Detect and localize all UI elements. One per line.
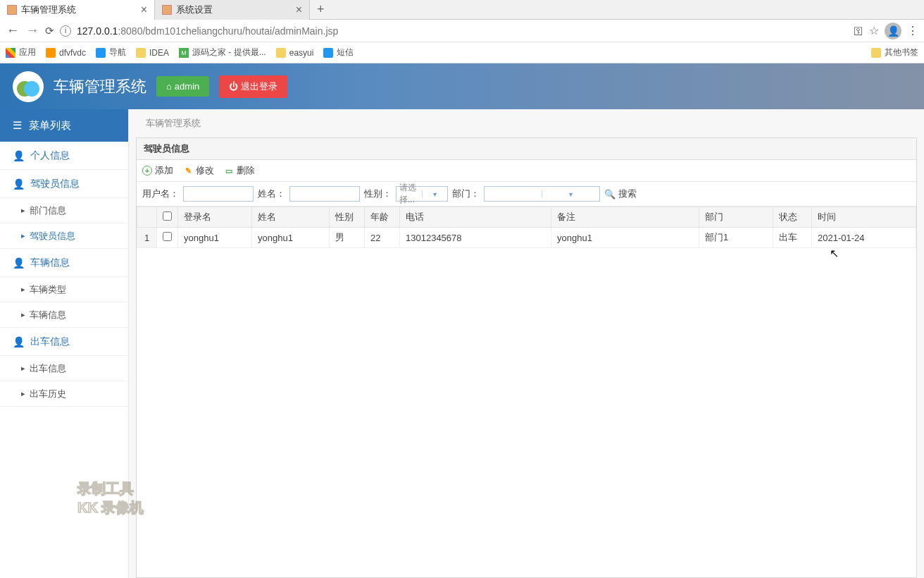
dept-label: 部门：: [452, 187, 480, 200]
col-num: [137, 207, 157, 228]
sidebar-header: ☰菜单列表: [0, 109, 128, 142]
power-icon: ⏻: [229, 81, 238, 92]
sidebar: ☰菜单列表 👤个人信息 👤驾驶员信息 部门信息 驾驶员信息 👤车辆信息 车辆类型…: [0, 109, 129, 578]
cell-login: yonghu1: [178, 228, 252, 248]
folder-icon: [276, 48, 286, 58]
bookmark-icon: [46, 48, 56, 58]
url-field[interactable]: 127.0.0.1:8080/bdm101cheliangchuru/houta…: [77, 25, 848, 37]
cell-dept: 部门1: [699, 228, 773, 248]
bookmark-item[interactable]: 短信: [323, 47, 354, 59]
bookmark-icon: M: [179, 48, 189, 58]
cell-age: 22: [365, 228, 400, 248]
folder-icon: [871, 48, 881, 58]
sidebar-item-vehicle[interactable]: 👤车辆信息: [0, 249, 128, 277]
menu-icon[interactable]: ⋮: [907, 24, 918, 37]
close-icon[interactable]: ×: [141, 4, 147, 16]
col-gender[interactable]: 性别: [330, 207, 365, 228]
cell-status: 出车: [773, 228, 812, 248]
address-bar: ← → ⟳ i 127.0.0.1:8080/bdm101cheliangchu…: [0, 20, 924, 42]
gender-label: 性别：: [364, 187, 392, 200]
pencil-icon: ✎: [183, 166, 193, 176]
sidebar-sub-vehicletype[interactable]: 车辆类型: [0, 277, 128, 302]
toolbar: +添加 ✎修改 ▭删除: [137, 160, 916, 182]
cell-phone: 13012345678: [400, 228, 551, 248]
key-icon[interactable]: ⚿: [854, 25, 863, 37]
add-button[interactable]: +添加: [142, 164, 173, 177]
bookmark-item[interactable]: 导航: [96, 47, 126, 59]
cell-name: yonghu1: [252, 228, 330, 248]
data-grid: 登录名 姓名 性别 年龄 电话 备注 部门 状态 时间 1: [137, 207, 916, 248]
user-icon: 👤: [13, 257, 25, 269]
col-status[interactable]: 状态: [773, 207, 812, 228]
sidebar-item-dispatch[interactable]: 👤出车信息: [0, 328, 128, 356]
col-name[interactable]: 姓名: [252, 207, 330, 228]
other-bookmarks[interactable]: 其他书签: [871, 47, 918, 59]
home-icon: ⌂: [166, 81, 172, 92]
logout-button[interactable]: ⏻退出登录: [219, 75, 287, 98]
apps-button[interactable]: 应用: [6, 47, 36, 59]
site-info-icon[interactable]: i: [60, 25, 71, 37]
bookmark-item[interactable]: easyui: [276, 48, 314, 58]
tab-favicon: [162, 5, 172, 15]
tab-favicon: [7, 5, 17, 15]
app-header: 车辆管理系统 ⌂admin ⏻退出登录: [0, 63, 924, 109]
header-row: 登录名 姓名 性别 年龄 电话 备注 部门 状态 时间: [137, 207, 916, 228]
list-icon: ☰: [13, 119, 22, 132]
delete-button[interactable]: ▭删除: [224, 164, 255, 177]
sidebar-sub-vehicleinfo[interactable]: 车辆信息: [0, 302, 128, 328]
sidebar-sub-dispatch[interactable]: 出车信息: [0, 356, 128, 381]
col-phone[interactable]: 电话: [400, 207, 551, 228]
bookmark-item[interactable]: M源码之家 - 提供最...: [179, 47, 266, 59]
new-tab-button[interactable]: +: [310, 2, 332, 17]
apps-icon: [6, 48, 15, 58]
edit-button[interactable]: ✎修改: [183, 164, 214, 177]
tab-title: 车辆管理系统: [21, 4, 76, 16]
select-all-checkbox[interactable]: [163, 211, 172, 221]
col-checkbox: [157, 207, 178, 228]
app-logo: [13, 71, 44, 102]
row-checkbox[interactable]: [163, 232, 172, 241]
panel-title: 驾驶员信息: [137, 138, 916, 160]
sidebar-item-driver[interactable]: 👤驾驶员信息: [0, 170, 128, 198]
bookmark-item[interactable]: dfvfvdc: [46, 48, 86, 58]
gender-select[interactable]: 请选择...▾: [396, 186, 448, 202]
app-title: 车辆管理系统: [54, 76, 146, 97]
profile-avatar[interactable]: 👤: [885, 23, 901, 39]
data-panel: 驾驶员信息 +添加 ✎修改 ▭删除 用户名： 姓名： 性别： 请选择...▾ 部…: [136, 137, 917, 578]
user-icon: 👤: [13, 336, 25, 348]
back-button[interactable]: ←: [6, 23, 20, 38]
sidebar-item-personal[interactable]: 👤个人信息: [0, 142, 128, 170]
bookmark-icon: [323, 48, 333, 58]
close-icon[interactable]: ×: [296, 4, 302, 16]
user-icon: 👤: [13, 178, 25, 190]
dept-select[interactable]: ▾: [484, 186, 600, 202]
col-age[interactable]: 年龄: [365, 207, 400, 228]
sidebar-sub-driver[interactable]: 驾驶员信息: [0, 223, 128, 249]
sidebar-sub-history[interactable]: 出车历史: [0, 381, 128, 407]
col-dept[interactable]: 部门: [699, 207, 773, 228]
bookmarks-bar: 应用 dfvfvdc 导航 IDEA M源码之家 - 提供最... easyui…: [0, 42, 924, 63]
name-input[interactable]: [289, 186, 360, 202]
cell-time: 2021-01-24: [812, 228, 916, 248]
bookmark-star-icon[interactable]: ☆: [869, 24, 879, 37]
tab-title: 系统设置: [176, 4, 213, 16]
cell-remark: yonghu1: [551, 228, 699, 248]
name-label: 姓名：: [258, 187, 285, 200]
col-time[interactable]: 时间: [812, 207, 916, 228]
table-row[interactable]: 1 yonghu1 yonghu1 男 22 13012345678 yongh…: [137, 228, 916, 248]
browser-tab[interactable]: 系统设置 ×: [155, 0, 310, 20]
plus-icon: +: [142, 166, 152, 176]
chevron-down-icon: ▾: [542, 190, 599, 198]
bookmark-item[interactable]: IDEA: [136, 48, 169, 58]
browser-tab-active[interactable]: 车辆管理系统 ×: [0, 0, 155, 20]
col-remark[interactable]: 备注: [551, 207, 699, 228]
search-button[interactable]: 🔍搜索: [604, 187, 637, 200]
admin-button[interactable]: ⌂admin: [156, 76, 209, 97]
sidebar-sub-dept[interactable]: 部门信息: [0, 198, 128, 223]
username-input[interactable]: [183, 186, 254, 202]
forward-button[interactable]: →: [25, 23, 39, 38]
browser-tab-strip: 车辆管理系统 × 系统设置 × +: [0, 0, 924, 20]
col-login[interactable]: 登录名: [178, 207, 252, 228]
username-label: 用户名：: [142, 187, 179, 200]
reload-button[interactable]: ⟳: [45, 25, 54, 37]
